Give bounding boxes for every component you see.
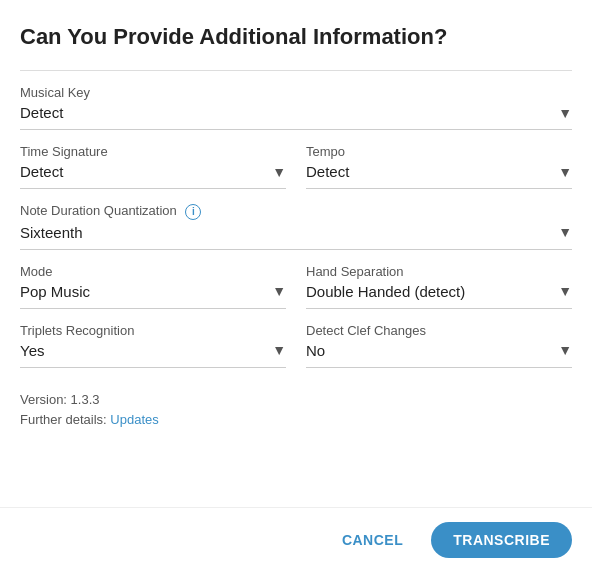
- mode-chevron-icon: ▼: [272, 283, 286, 299]
- time-signature-chevron-icon: ▼: [272, 164, 286, 180]
- triplets-select[interactable]: Yes ▼: [20, 342, 286, 368]
- time-signature-field: Time Signature Detect ▼: [20, 144, 286, 189]
- dialog-footer: CANCEL TRANSCRIBE: [0, 507, 592, 572]
- time-tempo-row: Time Signature Detect ▼ Tempo Detect ▼: [20, 144, 572, 189]
- musical-key-select[interactable]: Detect ▼: [20, 104, 572, 130]
- triplets-clef-row: Triplets Recognition Yes ▼ Detect Clef C…: [20, 323, 572, 368]
- note-duration-label-text: Note Duration Quantization: [20, 203, 177, 218]
- detect-clef-label: Detect Clef Changes: [306, 323, 572, 338]
- further-label: Further details:: [20, 412, 110, 427]
- further-details: Further details: Updates: [20, 410, 572, 431]
- detect-clef-select[interactable]: No ▼: [306, 342, 572, 368]
- transcribe-button[interactable]: TRANSCRIBE: [431, 522, 572, 558]
- dialog-title: Can You Provide Additional Information?: [20, 24, 572, 50]
- detect-clef-value: No: [306, 342, 550, 359]
- note-duration-info-icon[interactable]: i: [185, 204, 201, 220]
- detect-clef-chevron-icon: ▼: [558, 342, 572, 358]
- musical-key-value: Detect: [20, 104, 550, 121]
- tempo-value: Detect: [306, 163, 550, 180]
- top-divider: [20, 70, 572, 71]
- hand-separation-value: Double Handed (detect): [306, 283, 550, 300]
- version-text: Version: 1.3.3: [20, 390, 572, 411]
- time-signature-select[interactable]: Detect ▼: [20, 163, 286, 189]
- note-duration-value: Sixteenth: [20, 224, 550, 241]
- hand-separation-chevron-icon: ▼: [558, 283, 572, 299]
- mode-value: Pop Music: [20, 283, 264, 300]
- tempo-field: Tempo Detect ▼: [306, 144, 572, 189]
- note-duration-label: Note Duration Quantization i: [20, 203, 572, 220]
- mode-label: Mode: [20, 264, 286, 279]
- mode-hand-row: Mode Pop Music ▼ Hand Separation Double …: [20, 264, 572, 309]
- tempo-label: Tempo: [306, 144, 572, 159]
- note-duration-select[interactable]: Sixteenth ▼: [20, 224, 572, 250]
- note-duration-field: Note Duration Quantization i Sixteenth ▼: [20, 203, 572, 250]
- hand-separation-field: Hand Separation Double Handed (detect) ▼: [306, 264, 572, 309]
- mode-field: Mode Pop Music ▼: [20, 264, 286, 309]
- triplets-field: Triplets Recognition Yes ▼: [20, 323, 286, 368]
- hand-separation-label: Hand Separation: [306, 264, 572, 279]
- tempo-select[interactable]: Detect ▼: [306, 163, 572, 189]
- musical-key-field: Musical Key Detect ▼: [20, 85, 572, 130]
- time-signature-value: Detect: [20, 163, 264, 180]
- hand-separation-select[interactable]: Double Handed (detect) ▼: [306, 283, 572, 309]
- time-signature-label: Time Signature: [20, 144, 286, 159]
- tempo-chevron-icon: ▼: [558, 164, 572, 180]
- note-duration-chevron-icon: ▼: [558, 224, 572, 240]
- updates-link[interactable]: Updates: [110, 412, 158, 427]
- triplets-value: Yes: [20, 342, 264, 359]
- musical-key-label: Musical Key: [20, 85, 572, 100]
- cancel-button[interactable]: CANCEL: [330, 524, 415, 556]
- mode-select[interactable]: Pop Music ▼: [20, 283, 286, 309]
- detect-clef-field: Detect Clef Changes No ▼: [306, 323, 572, 368]
- musical-key-chevron-icon: ▼: [558, 105, 572, 121]
- triplets-label: Triplets Recognition: [20, 323, 286, 338]
- triplets-chevron-icon: ▼: [272, 342, 286, 358]
- version-section: Version: 1.3.3 Further details: Updates: [20, 390, 572, 432]
